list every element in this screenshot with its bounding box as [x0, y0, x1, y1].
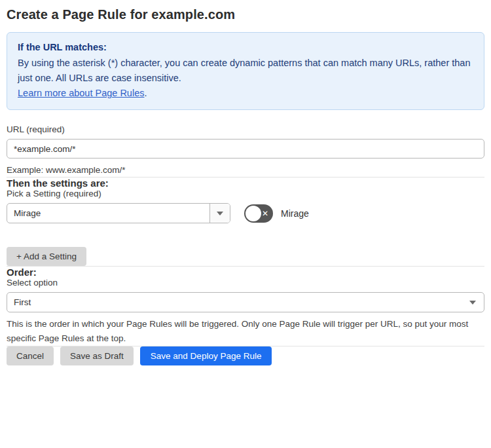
settings-heading: Then the settings are:: [7, 177, 484, 189]
mirage-toggle[interactable]: ✕: [244, 204, 273, 223]
deploy-button[interactable]: Save and Deploy Page Rule: [140, 346, 272, 365]
toggle-knob: [245, 206, 261, 221]
url-example-text: Example: www.example.com/*: [7, 163, 484, 177]
cancel-button[interactable]: Cancel: [7, 346, 54, 365]
setting-label: Pick a Setting (required): [7, 189, 484, 198]
page-rule-form: Create a Page Rule for example.com If th…: [0, 0, 491, 365]
save-draft-button[interactable]: Save as Draft: [60, 346, 134, 365]
url-label: URL (required): [7, 124, 484, 134]
chevron-down-icon: [469, 301, 476, 305]
toggle-off-x-icon: ✕: [262, 210, 268, 217]
chevron-down-icon: [217, 212, 223, 215]
order-select-value: First: [14, 297, 31, 307]
info-body: By using the asterisk (*) character, you…: [18, 56, 473, 86]
info-link-line: Learn more about Page Rules.: [18, 86, 473, 101]
url-input[interactable]: [7, 139, 484, 159]
link-suffix: .: [144, 88, 147, 98]
order-heading: Order:: [7, 267, 484, 278]
setting-select-value: Mirage: [7, 204, 209, 223]
toggle-label: Mirage: [281, 208, 309, 219]
setting-select[interactable]: Mirage: [7, 203, 230, 223]
setting-row: Mirage ✕ Mirage: [7, 203, 484, 223]
order-helper-text: This is the order in which your Page Rul…: [7, 317, 478, 346]
order-select[interactable]: First: [7, 292, 484, 312]
info-heading: If the URL matches:: [18, 40, 473, 55]
page-title: Create a Page Rule for example.com: [7, 7, 484, 22]
learn-more-link[interactable]: Learn more about Page Rules: [18, 88, 144, 98]
info-box: If the URL matches: By using the asteris…: [7, 32, 484, 110]
setting-select-arrow-button[interactable]: [209, 204, 230, 223]
footer-actions: Cancel Save as Draft Save and Deploy Pag…: [7, 346, 484, 365]
add-setting-button[interactable]: + Add a Setting: [7, 247, 86, 266]
order-label: Select option: [7, 278, 484, 288]
